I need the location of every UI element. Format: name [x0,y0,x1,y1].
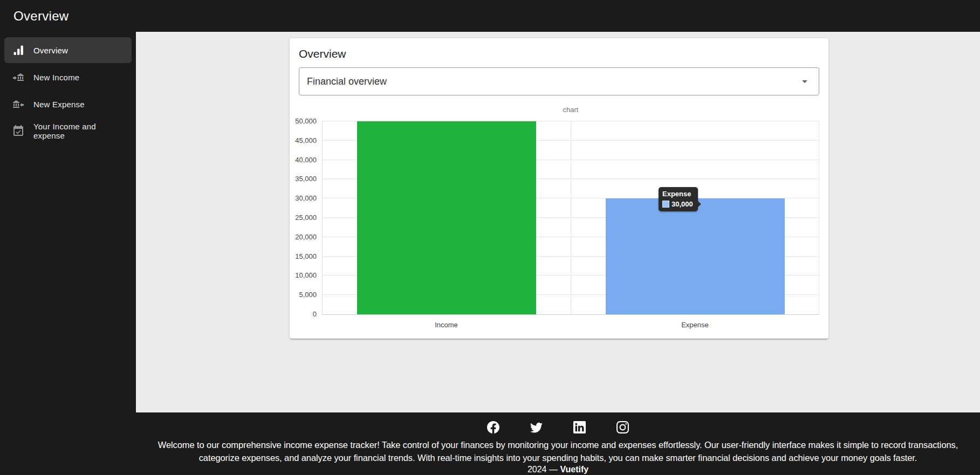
instagram-icon[interactable] [616,421,629,433]
copyright-separator: — [549,465,558,474]
chart-vertical-gridline [819,121,819,314]
chart-tooltip: Expense 30,000 [659,187,698,211]
x-axis-category-label: Expense [571,321,819,329]
chart-title: chart [322,106,819,114]
tooltip-series-swatch [662,201,669,208]
y-axis-tick-label: 45,000 [281,137,317,144]
sidebar-item-new-income[interactable]: New Income [4,64,132,90]
chart-vertical-gridline [571,121,571,314]
y-axis-tick-label: 25,000 [281,214,317,222]
overview-card: Overview Financial overview chart 05,000… [290,38,828,339]
y-axis-tick-label: 30,000 [281,195,317,202]
tooltip-value: 30,000 [671,200,693,208]
sidebar-item-label: Your Income and expense [33,122,124,140]
chart-gridline [322,314,819,315]
tooltip-category: Expense [662,190,693,198]
sidebar-item-your-income-and-expense[interactable]: Your Income and expense [4,118,132,144]
brand-name: Vuetify [560,465,588,474]
bank-transfer-out-icon [12,98,25,111]
bar-chart: 05,00010,00015,00020,00025,00030,00035,0… [322,121,819,314]
y-axis-tick-label: 35,000 [281,175,317,183]
sidebar-item-new-expense[interactable]: New Expense [4,91,132,117]
footer-copyright: 2024 — Vuetify [136,465,980,474]
select-value: Financial overview [307,76,798,87]
y-axis-tick-label: 5,000 [281,291,317,299]
footer-description: Welcome to our comprehensive income expe… [138,438,979,464]
bank-transfer-in-icon [12,71,25,84]
sidebar-item-label: New Income [33,73,79,82]
card-title: Overview [299,47,346,60]
navigation-drawer: OverviewNew IncomeNew ExpenseYour Income… [0,32,136,475]
x-axis-category-label: Income [322,321,571,329]
page-title: Overview [13,9,68,24]
y-axis-tick-label: 50,000 [281,118,317,125]
sidebar-item-label: New Expense [33,100,85,109]
facebook-icon[interactable] [487,421,499,433]
calendar-check-icon [12,125,25,137]
copyright-year: 2024 [527,465,547,474]
social-icons-row [136,412,980,433]
y-axis-tick-label: 0 [281,311,317,318]
sidebar-item-label: Overview [33,46,68,55]
app-bar: Overview [0,0,980,32]
y-axis-tick-label: 15,000 [281,253,317,260]
footer: Welcome to our comprehensive income expe… [136,412,980,475]
y-axis-tick-label: 20,000 [281,233,317,241]
financial-overview-select[interactable]: Financial overview [299,67,819,95]
bar-chart-icon [12,44,25,57]
y-axis-tick-label: 40,000 [281,156,317,164]
bar-income[interactable] [357,121,536,314]
twitter-icon[interactable] [530,421,543,433]
chart-vertical-gridline [322,121,323,314]
bar-expense[interactable] [606,198,785,314]
y-axis-tick-label: 10,000 [281,272,317,279]
sidebar-item-overview[interactable]: Overview [4,37,132,63]
main-content: Overview Financial overview chart 05,000… [136,32,980,412]
chevron-down-icon [798,75,811,88]
linkedin-icon[interactable] [573,421,586,433]
